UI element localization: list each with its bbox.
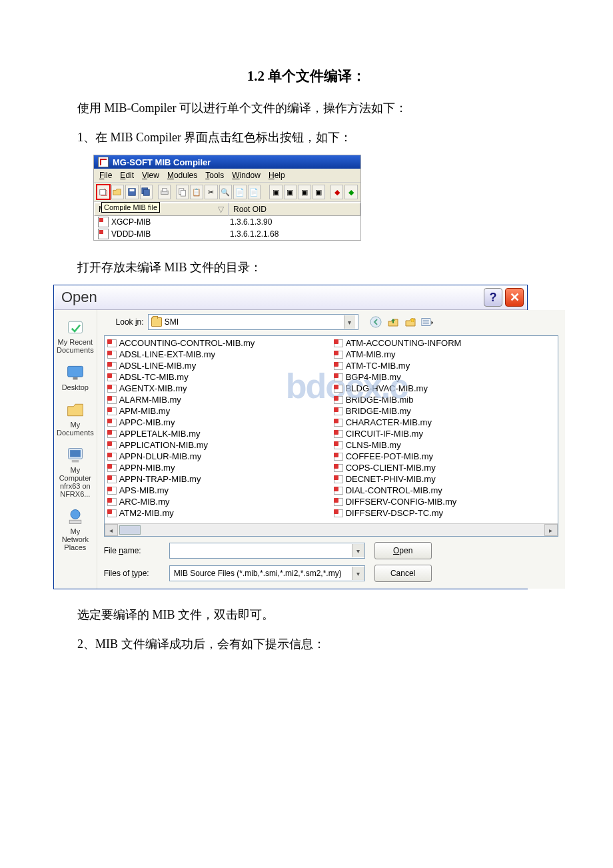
open-button[interactable]: Open: [374, 542, 432, 559]
mib-file-icon: [334, 385, 343, 393]
file-item[interactable]: AGENTX-MIB.my: [105, 383, 331, 394]
help-button[interactable]: ?: [484, 288, 502, 307]
file-item[interactable]: DIFFSERV-DSCP-TC.my: [331, 507, 558, 519]
place-network[interactable]: My Network Places: [57, 505, 94, 554]
print-button[interactable]: [158, 185, 171, 199]
file-item[interactable]: DIFFSERV-CONFIG-MIB.my: [331, 496, 558, 507]
tool-button[interactable]: ▣: [298, 185, 311, 199]
file-item[interactable]: ATM-TC-MIB.my: [331, 360, 558, 371]
menu-view[interactable]: View: [142, 171, 159, 180]
tool-button[interactable]: ▣: [312, 185, 326, 199]
module-row[interactable]: VDDD-MIB 1.3.6.1.2.1.68: [94, 228, 360, 240]
view-menu-button[interactable]: [421, 315, 434, 329]
tool-button[interactable]: 📄: [248, 185, 261, 199]
menu-edit[interactable]: Edit: [120, 171, 134, 180]
file-item[interactable]: CHARACTER-MIB.my: [331, 417, 558, 428]
tag-button[interactable]: ◆: [344, 185, 358, 199]
paste-button[interactable]: 📋: [190, 185, 203, 199]
back-button[interactable]: [369, 315, 382, 329]
open-button[interactable]: [111, 185, 125, 199]
mib-file-icon: [334, 464, 343, 472]
file-item[interactable]: BLDG-HVAC-MIB.my: [331, 383, 558, 394]
paragraph: 1、在 MIB Compiler 界面点击红色标出按钮，如下：: [53, 125, 560, 149]
scroll-right-button[interactable]: ▸: [544, 524, 558, 536]
filename-combo[interactable]: ▾: [169, 543, 365, 559]
cut-button[interactable]: ✂: [205, 185, 218, 199]
lookin-combo[interactable]: SMI ▾: [148, 314, 358, 330]
place-mycomputer[interactable]: My Computernfrx63 on NFRX6...: [57, 443, 94, 501]
tooltip: Compile MIB file: [101, 202, 160, 213]
mib-file-icon: [334, 419, 343, 427]
svg-rect-10: [67, 366, 83, 377]
place-recent[interactable]: My Recent Documents: [57, 315, 94, 357]
scroll-left-button[interactable]: ◂: [105, 524, 118, 536]
menu-tools[interactable]: Tools: [205, 171, 224, 180]
menu-file[interactable]: File: [99, 171, 112, 180]
horizontal-scrollbar[interactable]: ◂ ▸: [105, 523, 558, 536]
file-item[interactable]: APM-MIB.my: [105, 405, 331, 417]
file-item[interactable]: COFFEE-POT-MIB.my: [331, 451, 558, 462]
file-item[interactable]: APPN-DLUR-MIB.my: [105, 451, 331, 462]
mib-file-icon: [334, 396, 343, 404]
up-button[interactable]: [386, 315, 400, 329]
file-item[interactable]: BRIDGE-MIB.mib: [331, 394, 558, 405]
file-item[interactable]: ADSL-LINE-EXT-MIB.my: [105, 349, 331, 360]
file-item[interactable]: DECNET-PHIV-MIB.my: [331, 473, 558, 485]
svg-rect-14: [72, 460, 79, 463]
col-module[interactable]: Compile MIB file Module ▽: [94, 203, 229, 216]
mib-file-icon: [107, 453, 117, 461]
file-item[interactable]: BGP4-MIB.my: [331, 371, 558, 383]
file-item[interactable]: BRIDGE-MIB.my: [331, 405, 558, 417]
file-item[interactable]: ARC-MIB.my: [105, 496, 331, 507]
find-button[interactable]: 🔍: [219, 185, 233, 199]
file-item[interactable]: APPLETALK-MIB.my: [105, 428, 331, 439]
scroll-thumb[interactable]: [119, 525, 141, 535]
file-item[interactable]: DIAL-CONTROL-MIB.my: [331, 485, 558, 496]
tool-button[interactable]: ▣: [284, 185, 297, 199]
filename-label: File name:: [104, 546, 160, 555]
new-folder-button[interactable]: [404, 315, 417, 329]
file-list[interactable]: bdocx.c ACCOUNTING-CONTROL-MIB.myADSL-LI…: [104, 335, 558, 537]
cancel-button[interactable]: Cancel: [374, 565, 432, 582]
mib-file-icon: [334, 475, 343, 483]
col-rootoid[interactable]: Root OID: [229, 203, 360, 216]
file-item[interactable]: ADSL-TC-MIB.my: [105, 371, 331, 383]
file-item[interactable]: APS-MIB.my: [105, 485, 331, 496]
file-item[interactable]: ALARM-MIB.my: [105, 394, 331, 405]
compile-mib-file-button[interactable]: [97, 185, 110, 199]
tool-button[interactable]: 📄: [233, 185, 247, 199]
menu-modules[interactable]: Modules: [167, 171, 197, 180]
mib-file-icon: [107, 441, 117, 449]
menu-window[interactable]: Window: [232, 171, 261, 180]
file-item[interactable]: APPN-MIB.my: [105, 462, 331, 473]
file-item[interactable]: ATM-MIB.my: [331, 349, 558, 360]
tool-button[interactable]: ▣: [269, 185, 283, 199]
save-all-button[interactable]: [140, 185, 153, 199]
svg-rect-8: [181, 190, 185, 196]
menu-help[interactable]: Help: [269, 171, 285, 180]
close-button[interactable]: ✕: [505, 288, 524, 307]
dropdown-icon[interactable]: ▾: [352, 544, 364, 557]
file-item[interactable]: CLNS-MIB.my: [331, 439, 558, 451]
dropdown-icon[interactable]: ▾: [352, 567, 364, 580]
copy-button[interactable]: [176, 185, 189, 199]
mib-file-icon: [107, 351, 117, 359]
file-item[interactable]: ATM-ACCOUNTING-INFORM: [331, 337, 558, 349]
save-button[interactable]: [125, 185, 139, 199]
tag-button[interactable]: ◆: [330, 185, 344, 199]
file-item[interactable]: APPC-MIB.my: [105, 417, 331, 428]
place-mydocs[interactable]: My Documents: [57, 398, 94, 439]
filetype-combo[interactable]: MIB Source Files (*.mib,*.smi,*.mi2,*.sm…: [169, 565, 365, 581]
file-item[interactable]: APPN-TRAP-MIB.my: [105, 473, 331, 485]
file-item[interactable]: ACCOUNTING-CONTROL-MIB.my: [105, 337, 331, 349]
dropdown-icon[interactable]: ▾: [344, 315, 355, 329]
place-desktop[interactable]: Desktop: [57, 361, 94, 394]
recent-icon: [66, 318, 85, 337]
file-item[interactable]: ATM2-MIB.my: [105, 507, 331, 519]
module-row[interactable]: XGCP-MIB 1.3.6.1.3.90: [94, 216, 360, 228]
file-item[interactable]: APPLICATION-MIB.my: [105, 439, 331, 451]
open-dialog: Open ? ✕ My Recent Documents Desktop My …: [53, 285, 528, 589]
file-item[interactable]: ADSL-LINE-MIB.my: [105, 360, 331, 371]
file-item[interactable]: COPS-CLIENT-MIB.my: [331, 462, 558, 473]
file-item[interactable]: CIRCUIT-IF-MIB.my: [331, 428, 558, 439]
